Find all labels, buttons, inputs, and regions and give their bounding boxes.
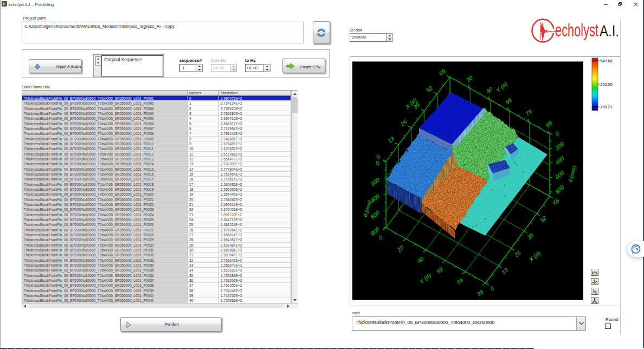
svg-text:A.I.: A.I.: [600, 22, 619, 40]
svg-text:echolyst: echolyst: [555, 20, 598, 40]
svg-text:158.21: 158.21: [600, 105, 613, 109]
svg-text:549.68: 549.68: [600, 59, 613, 63]
svg-text:353.95: 353.95: [600, 82, 613, 87]
